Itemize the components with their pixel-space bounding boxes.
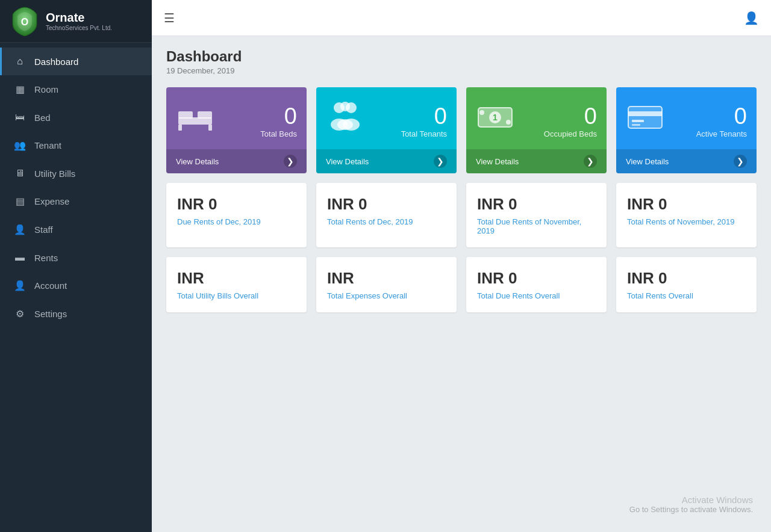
stat-value: 0: [260, 104, 297, 129]
stat-label: Active Tenants: [696, 129, 747, 138]
info-card-due-rents-dec: INR 0 Due Rents of Dec, 2019: [166, 183, 307, 247]
staff-icon: 👤: [14, 224, 26, 235]
svg-point-15: [479, 110, 484, 115]
sidebar-item-dashboard[interactable]: ⌂ Dashboard: [0, 48, 152, 75]
account-icon: 👤: [14, 280, 26, 291]
stat-label: Occupied Beds: [544, 129, 597, 138]
stat-card-body: 0 Active Tenants: [616, 87, 757, 149]
svg-point-11: [337, 119, 353, 130]
info-card-total-utility-bills: INR Total Utility Bills Overall: [166, 257, 307, 312]
info-card-value: INR 0: [627, 195, 746, 214]
expense-icon: ▤: [14, 196, 26, 207]
info-card-value: INR 0: [627, 269, 746, 288]
svg-rect-3: [198, 111, 212, 119]
stat-value: 0: [401, 104, 447, 129]
info-card-value: INR: [177, 269, 296, 288]
stat-label: Total Tenants: [401, 129, 447, 138]
info-card-total-due-rents-overall: INR 0 Total Due Rents Overall: [466, 257, 607, 312]
content-area: Dashboard 19 December, 2019: [152, 36, 771, 532]
topbar: ☰ 👤: [152, 0, 771, 36]
info-card-total-rents-overall: INR 0 Total Rents Overall: [616, 257, 757, 312]
info-card-total-due-rents-nov: INR 0 Total Due Rents of November, 2019: [466, 183, 607, 247]
sidebar-item-utility-bills[interactable]: 🖥 Utility Bills: [0, 159, 152, 187]
sidebar-item-label: Tenant: [34, 140, 61, 150]
page-title: Dashboard: [166, 48, 757, 65]
stat-card-body: 0 Total Tenants: [316, 87, 457, 149]
stat-card-total-tenants: 0 Total Tenants View Details ❯: [316, 87, 457, 173]
svg-rect-5: [208, 125, 212, 131]
sidebar-item-account[interactable]: 👤 Account: [0, 271, 152, 300]
sidebar: O Ornate TechnoServices Pvt. Ltd. ⌂ Dash…: [0, 0, 152, 532]
main-area: ☰ 👤 Dashboard 19 December, 2019: [152, 0, 771, 532]
arrow-icon: ❯: [734, 155, 747, 168]
info-card-label: Total Rents Overall: [627, 291, 746, 300]
stat-numbers: 0 Occupied Beds: [544, 104, 597, 138]
sidebar-item-bed[interactable]: 🛏 Bed: [0, 104, 152, 131]
info-card-total-rents-dec: INR 0 Total Rents of Dec, 2019: [316, 183, 457, 247]
user-icon[interactable]: 👤: [744, 11, 759, 25]
view-details-button-beds[interactable]: View Details ❯: [166, 149, 307, 173]
stat-card-occupied-beds: 1 0 Occupied Beds View Details ❯: [466, 87, 607, 173]
view-details-label: View Details: [476, 157, 519, 166]
sidebar-item-label: Expense: [34, 196, 69, 206]
hamburger-button[interactable]: ☰: [164, 11, 175, 25]
svg-point-10: [340, 102, 350, 111]
sidebar-item-expense[interactable]: ▤ Expense: [0, 187, 152, 215]
stat-label: Total Beds: [260, 129, 297, 138]
info-card-label: Total Rents of November, 2019: [627, 217, 746, 226]
arrow-icon: ❯: [284, 155, 297, 168]
info-card-value: INR 0: [177, 195, 296, 214]
settings-icon: ⚙: [14, 308, 26, 320]
sidebar-item-tenant[interactable]: 👥 Tenant: [0, 131, 152, 159]
view-details-button-tenants[interactable]: View Details ❯: [316, 149, 457, 173]
stat-card-body: 1 0 Occupied Beds: [466, 87, 607, 149]
tenants-stat-icon: [326, 98, 364, 143]
view-details-button-active[interactable]: View Details ❯: [616, 149, 757, 173]
info-card-total-rents-nov: INR 0 Total Rents of November, 2019: [616, 183, 757, 247]
stat-cards-row: 0 Total Beds View Details ❯: [166, 87, 757, 173]
svg-rect-18: [628, 111, 662, 116]
sidebar-item-settings[interactable]: ⚙ Settings: [0, 300, 152, 328]
sidebar-item-rents[interactable]: ▬ Rents: [0, 244, 152, 271]
bed-stat-icon: [176, 98, 214, 143]
stat-numbers: 0 Total Tenants: [401, 104, 447, 138]
view-details-button-occupied[interactable]: View Details ❯: [466, 149, 607, 173]
sidebar-item-staff[interactable]: 👤 Staff: [0, 215, 152, 244]
svg-rect-4: [178, 125, 182, 131]
info-card-value: INR 0: [477, 269, 596, 288]
info-card-value: INR 0: [327, 195, 446, 214]
sidebar-item-label: Staff: [34, 224, 53, 235]
logo-area: O Ornate TechnoServices Pvt. Ltd.: [0, 0, 152, 43]
sidebar-item-label: Settings: [34, 309, 67, 319]
svg-rect-2: [178, 111, 193, 119]
svg-rect-19: [632, 120, 644, 122]
app-subtitle: TechnoServices Pvt. Ltd.: [46, 25, 112, 32]
home-icon: ⌂: [14, 56, 26, 67]
stat-numbers: 0 Total Beds: [260, 104, 297, 138]
stat-card-active-tenants: 0 Active Tenants View Details ❯: [616, 87, 757, 173]
stat-value: 0: [544, 104, 597, 129]
sidebar-item-room[interactable]: ▦ Room: [0, 75, 152, 104]
info-card-label: Total Due Rents Overall: [477, 291, 596, 300]
svg-rect-20: [632, 124, 640, 126]
svg-point-16: [506, 120, 511, 125]
sidebar-item-label: Rents: [34, 253, 58, 263]
sidebar-item-label: Bed: [34, 113, 51, 123]
app-name: Ornate: [46, 10, 112, 25]
tenant-icon: 👥: [14, 140, 26, 151]
sidebar-item-label: Room: [34, 84, 58, 94]
info-card-value: INR: [327, 269, 446, 288]
card-stat-icon: [626, 98, 664, 143]
info-card-label: Total Due Rents of November, 2019: [477, 217, 596, 235]
info-card-label: Total Utility Bills Overall: [177, 291, 296, 300]
sidebar-item-label: Account: [34, 280, 67, 291]
rents-icon: ▬: [14, 252, 26, 263]
svg-text:1: 1: [493, 113, 498, 122]
info-card-label: Due Rents of Dec, 2019: [177, 217, 296, 226]
sidebar-nav: ⌂ Dashboard ▦ Room 🛏 Bed 👥 Tenant 🖥 Util…: [0, 43, 152, 328]
sidebar-item-label: Dashboard: [34, 57, 78, 67]
money-stat-icon: 1: [476, 98, 514, 143]
stat-value: 0: [696, 104, 747, 129]
view-details-label: View Details: [176, 157, 219, 166]
view-details-label: View Details: [326, 157, 369, 166]
